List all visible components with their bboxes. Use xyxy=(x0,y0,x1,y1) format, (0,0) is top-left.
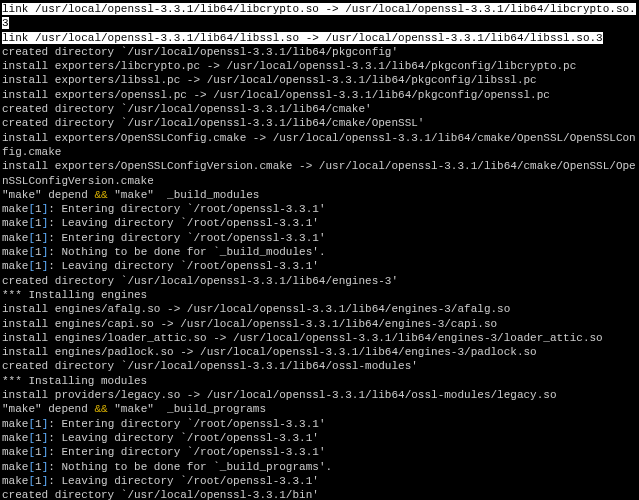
terminal-line: make[1]: Leaving directory `/root/openss… xyxy=(2,431,637,445)
terminal-line: install providers/legacy.so -> /usr/loca… xyxy=(2,388,637,402)
terminal-line: make[1]: Entering directory `/root/opens… xyxy=(2,231,637,245)
terminal-line: install engines/padlock.so -> /usr/local… xyxy=(2,345,637,359)
terminal-line: make[1]: Entering directory `/root/opens… xyxy=(2,445,637,459)
terminal-line: install exporters/libssl.pc -> /usr/loca… xyxy=(2,73,637,87)
terminal-line: *** Installing engines xyxy=(2,288,637,302)
terminal-line: install engines/capi.so -> /usr/local/op… xyxy=(2,317,637,331)
terminal-line: make[1]: Leaving directory `/root/openss… xyxy=(2,216,637,230)
terminal-line: install exporters/OpenSSLConfigVersion.c… xyxy=(2,159,637,188)
terminal-line: make[1]: Leaving directory `/root/openss… xyxy=(2,474,637,488)
terminal-line: install exporters/openssl.pc -> /usr/loc… xyxy=(2,88,637,102)
terminal-line: make[1]: Leaving directory `/root/openss… xyxy=(2,259,637,273)
terminal-line: created directory `/usr/local/openssl-3.… xyxy=(2,116,637,130)
terminal-line: "make" depend && "make" _build_modules xyxy=(2,188,637,202)
terminal-line: make[1]: Entering directory `/root/opens… xyxy=(2,417,637,431)
terminal-line: "make" depend && "make" _build_programs xyxy=(2,402,637,416)
terminal-line: make[1]: Nothing to be done for `_build_… xyxy=(2,245,637,259)
terminal-line: install engines/afalg.so -> /usr/local/o… xyxy=(2,302,637,316)
terminal-line: created directory `/usr/local/openssl-3.… xyxy=(2,359,637,373)
terminal-line: *** Installing modules xyxy=(2,374,637,388)
terminal-line: created directory `/usr/local/openssl-3.… xyxy=(2,45,637,59)
terminal-line: created directory `/usr/local/openssl-3.… xyxy=(2,102,637,116)
terminal-line: install exporters/libcrypto.pc -> /usr/l… xyxy=(2,59,637,73)
terminal-line: created directory `/usr/local/openssl-3.… xyxy=(2,274,637,288)
terminal-line: make[1]: Nothing to be done for `_build_… xyxy=(2,460,637,474)
terminal-line: link /usr/local/openssl-3.3.1/lib64/libs… xyxy=(2,31,637,45)
terminal-output: link /usr/local/openssl-3.3.1/lib64/libc… xyxy=(2,2,637,500)
terminal-line: created directory `/usr/local/openssl-3.… xyxy=(2,488,637,500)
terminal-line: link /usr/local/openssl-3.3.1/lib64/libc… xyxy=(2,2,637,31)
terminal-line: install exporters/OpenSSLConfig.cmake ->… xyxy=(2,131,637,160)
terminal-line: install engines/loader_attic.so -> /usr/… xyxy=(2,331,637,345)
terminal-line: make[1]: Entering directory `/root/opens… xyxy=(2,202,637,216)
